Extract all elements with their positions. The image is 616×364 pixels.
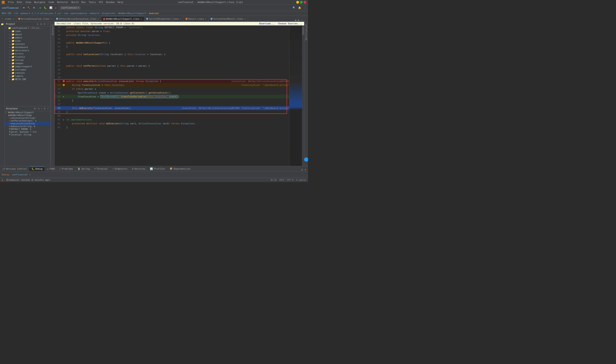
project-toolbar[interactable]: ⇅ ⊟ ⚙ × [36, 23, 49, 26]
line-code-18[interactable]: private String location; [66, 34, 289, 37]
tab-action-chain[interactable]: ActionChainResult.class × [209, 16, 248, 22]
menu-window[interactable]: Window [105, 1, 116, 4]
tree-dashboard[interactable]: ▸ 📁 dashboard [5, 46, 51, 49]
line-code-41[interactable]: 14 implementations [66, 118, 289, 121]
line-code-35[interactable]: finalLocation = TextParseUtil.translateV… [66, 95, 289, 98]
tab-close-class[interactable]: × [13, 18, 14, 20]
tab-version-control[interactable]: ⎇ Version Control [0, 166, 29, 171]
tab-close-action[interactable]: × [50, 18, 52, 20]
download-link[interactable]: Download... [259, 22, 275, 25]
struct-doexecute[interactable]: m doExecute(String, A [5, 125, 51, 128]
tab-close-chain[interactable]: × [244, 18, 246, 20]
toolbar-more[interactable]: ⋮ [303, 6, 307, 10]
tab-scroll-left[interactable]: ◀ [294, 19, 297, 22]
menu-bar[interactable]: File Edit View Navigate Code Refactor Bu… [7, 1, 124, 4]
toolbar-search[interactable]: 🔍 [291, 6, 297, 10]
line-code-33[interactable]: if (this.parse) { [66, 88, 289, 90]
tab-webwork-result[interactable]: WebWorkResultSupport.class × [101, 16, 145, 22]
tab-action-invocation[interactable]: ActionInvocation.class × [16, 16, 54, 22]
tab-terminal[interactable]: ⌨ Terminal [92, 166, 110, 171]
toolbar-debug[interactable]: 🐛 [43, 6, 48, 10]
tree-ajax[interactable]: ▸ 📁 ajax [5, 39, 51, 42]
tab-spring[interactable]: 🍃 Spring [75, 166, 92, 171]
toolbar-coverage[interactable]: 📊 [48, 6, 54, 10]
bc-method[interactable]: execute [149, 12, 159, 15]
line-code-38[interactable]: this.doExecute(finalLocation, invocation… [66, 107, 177, 110]
line-endings[interactable]: CRLF [279, 179, 285, 181]
menu-navigate[interactable]: Navigate [33, 1, 47, 4]
tree-images[interactable]: ▸ 📁 images [5, 62, 51, 65]
tree-importexport[interactable]: ▸ 📁 importexport [5, 65, 51, 68]
debug-close-btn[interactable]: × [29, 173, 31, 176]
tab-profiler[interactable]: 📊 Profiler [148, 166, 167, 171]
menu-view[interactable]: View [24, 1, 32, 4]
line-code-36[interactable]: } [66, 99, 289, 102]
tree-root[interactable]: ▾ 📁 confluence2 E:\03code... [5, 26, 51, 30]
notifications-label[interactable]: Notifications [305, 24, 307, 40]
project-tree[interactable]: ▾ 📁 confluence2 E:\03code... ▸ 📁 idea ▸ … [5, 26, 51, 106]
window-controls[interactable] [296, 1, 306, 4]
tree-follow[interactable]: ▸ 📁 follow [5, 59, 51, 62]
line-code-34[interactable]: OgnlValueStack stack = ActionContext.get… [66, 91, 289, 94]
structure-tree[interactable]: C WebWorkResultSupport ● WebWorkResultSu… [5, 111, 51, 166]
tab-list-btn[interactable]: ≡ [301, 19, 303, 22]
bc-dispatcher[interactable]: dispatcher [102, 12, 116, 15]
struct-root[interactable]: C WebWorkResultSupport [5, 111, 51, 114]
struct-setparse[interactable]: m setParse(boolean): v [5, 119, 51, 122]
tab-todo[interactable]: ☑ TODO [45, 166, 57, 171]
bc-com[interactable]: com [64, 12, 68, 15]
toolbar-build[interactable]: 🔨 [26, 6, 31, 10]
tab-servlet[interactable]: ServletDispatcher.class × [144, 16, 184, 22]
line-code-23[interactable]: public void setLocation(String location)… [66, 53, 289, 56]
menu-tools[interactable]: Tools [87, 1, 97, 4]
tree-errors[interactable]: ▸ 📁 errors [5, 52, 51, 55]
minimize-button[interactable] [296, 1, 299, 4]
tree-metainf[interactable]: ▸ 📁 META-INF [5, 78, 51, 81]
struct-setlocation[interactable]: m setLocation(String): [5, 117, 51, 119]
encoding-label[interactable]: UTF-8 [287, 179, 293, 181]
struct-parse[interactable]: f parse: boolean = tru [5, 130, 51, 133]
menu-help[interactable]: Help [116, 1, 125, 4]
project-badge[interactable]: confluence2 [1, 6, 19, 9]
bottom-hide-btn[interactable]: ▼ [304, 168, 307, 171]
struct-execute[interactable]: m execute(ActionInvoc [5, 122, 51, 125]
bottom-tab-settings[interactable]: ⚙ ▼ [300, 168, 308, 171]
menu-edit[interactable]: Edit [16, 1, 24, 4]
bookmarks-label[interactable]: Bookmarks [52, 24, 54, 35]
toolbar-navigate-back[interactable]: ⬅ [22, 6, 26, 10]
tree-about[interactable]: ▸ 📁 about [5, 33, 51, 36]
tab-endpoints[interactable]: ⚡ Endpoints [110, 166, 130, 171]
tree-labels[interactable]: ▸ 📁 labels [5, 75, 51, 78]
tab-close-webwork[interactable]: × [140, 18, 142, 20]
toolbar-stop[interactable]: ■ [54, 6, 57, 10]
tree-fixonly[interactable]: ▸ 📁 fixonly [5, 55, 51, 59]
project-panel-icon[interactable]: 📁 [0, 22, 4, 26]
project-collapse-btn[interactable]: ⊟ [40, 23, 42, 26]
tree-content[interactable]: ▸ 📁 content [5, 42, 51, 46]
structure-toolbar[interactable]: Az ⇅ I ⚙ × [33, 107, 49, 110]
cursor-position[interactable]: 36:10 [270, 179, 277, 181]
project-sort-btn[interactable]: ⇅ [36, 23, 39, 26]
struct-sort-type[interactable]: ⇅ [37, 107, 40, 110]
tree-decorators[interactable]: ▸ 📁 decorators [5, 49, 51, 52]
tree-includes[interactable]: ▸ 📁 includes [5, 68, 51, 71]
line-code-43[interactable]: } [66, 126, 289, 129]
struct-show-inherited[interactable]: I [41, 107, 42, 110]
line-code-20[interactable]: public WebWorkResultSupport() { [66, 41, 289, 44]
line-code-21[interactable]: } [66, 45, 289, 48]
tab-default-action[interactable]: DefaultActionInvocation.class × [54, 16, 101, 22]
line-code-16[interactable]: public static final String DEFAULT_PARAM… [66, 26, 289, 29]
struct-close[interactable]: × [47, 107, 49, 110]
run-config-selector[interactable]: confluence2 ▾ [60, 6, 80, 10]
menu-code[interactable]: Code [47, 1, 55, 4]
project-close-btn[interactable]: × [47, 23, 49, 26]
maximize-button[interactable] [300, 1, 303, 4]
tree-johnson[interactable]: ▸ 📁 johnson [5, 71, 51, 75]
struct-sort-alpha[interactable]: Az [33, 107, 37, 110]
menu-file[interactable]: File [7, 1, 15, 4]
toolbar-settings[interactable]: ⚙ [32, 6, 36, 10]
tab-close-servlet[interactable]: × [180, 18, 182, 20]
project-settings-btn[interactable]: ⚙ [43, 23, 46, 26]
menu-run[interactable]: Run [80, 1, 87, 4]
tab-result[interactable]: Result.class × [184, 16, 209, 22]
